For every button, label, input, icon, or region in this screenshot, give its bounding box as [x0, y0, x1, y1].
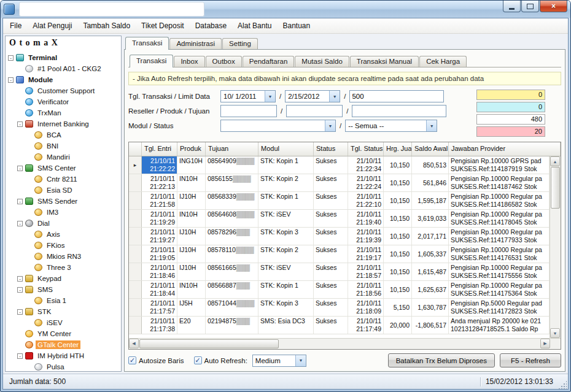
- row-selector[interactable]: [129, 263, 142, 280]
- tree-item-verificator[interactable]: Verificator: [6, 96, 121, 107]
- tree-item-isev[interactable]: iSEV: [6, 317, 121, 328]
- tree-item-gtalk-center[interactable]: GTalk Center: [6, 339, 121, 350]
- table-row[interactable]: 21/10/1121:19:05IJ10H08578110▒▒▒▒STK: Ko…: [129, 245, 550, 263]
- column-header-tujuan[interactable]: Tujuan: [206, 142, 258, 156]
- tab-outbox[interactable]: Outbox: [206, 56, 242, 67]
- tab-inbox[interactable]: Inbox: [174, 56, 204, 67]
- chevron-down-icon[interactable]: ▼: [325, 120, 335, 131]
- scroll-right-button[interactable]: ▶: [540, 339, 550, 348]
- chevron-down-icon[interactable]: ▼: [295, 355, 306, 366]
- table-row[interactable]: 21/10/1121:19:27IJ10H08578296▒▒▒STK: Kop…: [129, 228, 550, 245]
- table-row[interactable]: 21/10/1121:17:57IJ5H08571044▒▒▒▒STK: Kop…: [129, 299, 550, 317]
- table-row[interactable]: 21/10/1121:18:44IN10H08566887▒▒▒STK: Kop…: [129, 281, 550, 299]
- title-bar[interactable]: ×: [1, 1, 570, 18]
- close-button[interactable]: ×: [540, 1, 567, 12]
- tree-item-ym-center[interactable]: YM Center: [6, 328, 121, 339]
- tab-mutasi-saldo[interactable]: Mutasi Saldo: [295, 56, 349, 67]
- row-selector[interactable]: [129, 192, 142, 209]
- menu-item-alat-bantu[interactable]: Alat Bantu: [232, 20, 277, 32]
- row-selector[interactable]: [129, 245, 142, 263]
- tree-item-terminal[interactable]: -Terminal: [6, 52, 121, 63]
- row-selector[interactable]: ▸: [129, 156, 142, 174]
- modul-select[interactable]: ▼: [220, 120, 336, 132]
- cancel-trx-button[interactable]: Batalkan Trx Belum Diproses: [388, 353, 495, 367]
- column-header-hrg-jual[interactable]: Hrg. Jual: [384, 142, 412, 156]
- tree-item-1-pool-a01-ckg2[interactable]: #1 Pool A01 - CKG2: [6, 63, 121, 74]
- menu-item-tiket-deposit[interactable]: Tiket Deposit: [136, 20, 190, 32]
- tree-expander[interactable]: -: [17, 287, 23, 293]
- tree-item-im-hybrid-hth[interactable]: -IM Hybrid HTH: [6, 350, 121, 361]
- menu-item-tambah-saldo[interactable]: Tambah Saldo: [77, 20, 136, 32]
- tab-cek-harga[interactable]: Cek Harga: [419, 56, 467, 67]
- tab-transaksi[interactable]: Transaksi: [125, 37, 169, 50]
- tree-item-stk[interactable]: -STK: [6, 306, 121, 317]
- tab-transaksi[interactable]: Transaksi: [130, 55, 173, 67]
- table-row[interactable]: 21/10/1121:19:29IN10H08564608▒▒▒▒STK: iS…: [129, 210, 550, 228]
- tab-setting[interactable]: Setting: [222, 38, 258, 49]
- tree-item-sms-center[interactable]: -SMS Center: [6, 163, 121, 174]
- tree-item-pulsa[interactable]: Pulsa: [6, 361, 121, 371]
- row-selector[interactable]: [129, 228, 142, 245]
- tree-expander[interactable]: -: [17, 121, 23, 127]
- minimize-button[interactable]: [503, 1, 521, 12]
- vertical-scroll-thumb[interactable]: [551, 167, 560, 209]
- tree-expander[interactable]: -: [8, 77, 14, 83]
- tree-expander[interactable]: -: [17, 353, 23, 359]
- tree-expander[interactable]: -: [17, 276, 23, 282]
- tree-item-axis[interactable]: Axis: [6, 229, 121, 240]
- reseller-input[interactable]: [220, 105, 277, 117]
- row-selector[interactable]: [129, 317, 142, 334]
- tree-expander[interactable]: -: [8, 55, 14, 61]
- horizontal-scrollbar[interactable]: ◀ ▶: [129, 339, 550, 349]
- tree-expander[interactable]: -: [17, 166, 23, 171]
- tree-item-module[interactable]: -Module: [6, 74, 121, 85]
- chevron-down-icon[interactable]: ▼: [265, 91, 275, 102]
- maximize-button[interactable]: [521, 1, 539, 12]
- tree-item-three-3[interactable]: Three 3: [6, 262, 121, 273]
- tree-item-dial[interactable]: -Dial: [6, 218, 121, 229]
- tree-item-customer-support[interactable]: Customer Support: [6, 85, 121, 96]
- produk-input[interactable]: [286, 105, 343, 117]
- row-selector[interactable]: [129, 174, 142, 191]
- tree-item-mandiri[interactable]: Mandiri: [6, 152, 121, 163]
- tree-item-bca[interactable]: BCA: [6, 129, 121, 140]
- date-from-picker[interactable]: 10/ 1/2011 ▼: [220, 90, 276, 102]
- tree-item-sms-sender[interactable]: -SMS Sender: [6, 196, 121, 207]
- row-selector[interactable]: [129, 299, 142, 316]
- tab-pendaftaran[interactable]: Pendaftaran: [243, 56, 295, 67]
- horizontal-scroll-track[interactable]: [279, 339, 540, 349]
- chevron-down-icon[interactable]: ▼: [426, 120, 437, 131]
- menu-item-alat-penguji[interactable]: Alat Penguji: [27, 20, 77, 32]
- date-to-picker[interactable]: 2/15/2012 ▼: [285, 90, 340, 102]
- row-selector[interactable]: [129, 281, 142, 298]
- tree-item-trxman[interactable]: TrxMan: [6, 107, 121, 118]
- table-row[interactable]: 21/10/1121:21:58IJ10H08568339▒▒▒▒STK: Ko…: [129, 192, 550, 210]
- column-header-status[interactable]: Status: [314, 142, 348, 156]
- scroll-left-button[interactable]: ◀: [129, 339, 139, 348]
- table-row[interactable]: 21/10/1121:17:38E2002194875▒▒▒SMS: Esia …: [129, 317, 550, 334]
- autorefresh-checkbox[interactable]: ✓: [194, 356, 202, 364]
- tree-item-fkios[interactable]: FKios: [6, 240, 121, 251]
- table-row[interactable]: ▸21/10/1121:22:22ING10H08564909▒▒▒▒STK: …: [129, 156, 550, 174]
- column-header-saldo-awal[interactable]: Saldo Awal: [412, 142, 449, 156]
- menu-item-file[interactable]: File: [4, 20, 27, 32]
- column-header-modul[interactable]: Modul: [258, 142, 314, 156]
- refresh-speed-select[interactable]: Medium ▼: [252, 355, 306, 367]
- tree-item-esia-sd[interactable]: Esia SD: [6, 185, 121, 196]
- limit-input[interactable]: [349, 90, 444, 102]
- vertical-scroll-track[interactable]: [550, 209, 561, 328]
- table-row[interactable]: 21/10/1121:22:13IN10H0856155▒▒▒▒STK: Kop…: [129, 174, 550, 192]
- menu-item-bantuan[interactable]: Bantuan: [277, 20, 316, 32]
- horizontal-scroll-thumb[interactable]: [139, 339, 279, 348]
- vertical-scrollbar[interactable]: ▲ ▼: [550, 156, 561, 338]
- column-header-jawaban-provider[interactable]: Jawaban Provider: [449, 142, 561, 156]
- tree-item-cntr-8211[interactable]: Cntr 8211: [6, 174, 121, 185]
- tree-item-bni[interactable]: BNI: [6, 140, 121, 152]
- tree-expander[interactable]: -: [17, 221, 23, 226]
- tree-expander[interactable]: -: [17, 199, 23, 204]
- tab-administrasi[interactable]: Administrasi: [169, 38, 222, 49]
- menu-item-database[interactable]: Database: [190, 20, 232, 32]
- tree-item-internet-banking[interactable]: -Internet Banking: [6, 118, 121, 129]
- column-header-produk[interactable]: Produk: [177, 142, 206, 156]
- tree-item-mkios-rn3[interactable]: Mkios RN3: [6, 251, 121, 262]
